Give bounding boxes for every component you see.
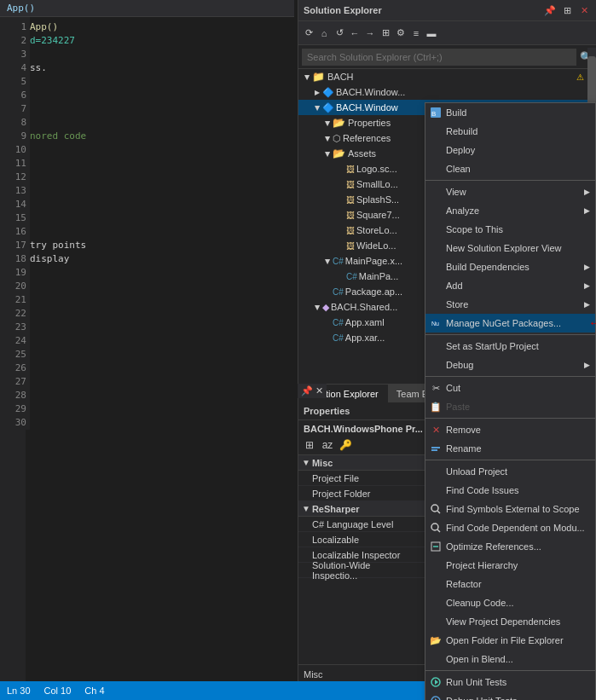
- proj-icon-selected: 🔷: [322, 102, 334, 113]
- ctx-sep-1: [425, 180, 595, 181]
- ctx-label: Debug Unit Tests: [446, 696, 518, 700]
- ctx-remove[interactable]: ✕ Remove: [425, 420, 595, 439]
- tree-item-bach[interactable]: ▶ 📁 BACH: [298, 69, 596, 84]
- se-home-icon[interactable]: ⌂: [317, 26, 331, 40]
- ctx-analyze[interactable]: Analyze ▶: [425, 201, 595, 220]
- ctx-rename[interactable]: Rename: [425, 439, 595, 458]
- dock-close-icon[interactable]: ✕: [315, 385, 323, 396]
- ctx-label: Remove: [446, 425, 481, 435]
- se-view-icon[interactable]: ⊞: [379, 26, 392, 40]
- ctx-deploy[interactable]: Deploy: [425, 141, 595, 159]
- resize-handle[interactable]: [290, 0, 294, 700]
- se-pin-icon[interactable]: 📌: [543, 3, 557, 17]
- ctx-label: Open in Blend...: [446, 654, 513, 664]
- cs-icon: C#: [333, 318, 344, 327]
- ctx-label: Cut: [446, 383, 460, 393]
- references-icon: ⬡: [333, 133, 341, 144]
- build-icon: B: [429, 107, 443, 118]
- se-refresh-icon[interactable]: ↺: [333, 26, 346, 40]
- ctx-unload[interactable]: Unload Project: [425, 462, 595, 481]
- red-arrow-indicator: ←: [588, 315, 596, 331]
- ctx-store[interactable]: Store ▶: [425, 295, 595, 314]
- se-close-icon[interactable]: ✕: [577, 3, 591, 17]
- prop-key: Project File: [298, 473, 401, 483]
- prop-expand-icon[interactable]: ▼: [302, 458, 310, 467]
- ctx-find-code-issues[interactable]: Find Code Issues: [425, 481, 595, 500]
- ctx-open-blend[interactable]: Open in Blend...: [425, 650, 595, 668]
- ctx-manage-nuget[interactable]: Nu Manage NuGet Packages... ←: [425, 314, 595, 333]
- ctx-cut[interactable]: ✂ Cut: [425, 379, 595, 397]
- prop-expand-icon[interactable]: ▼: [302, 504, 310, 513]
- ctx-optimize-refs[interactable]: Optimize References...: [425, 537, 595, 556]
- editor-area: App() 1 2 3 4 5 6 7 8 9 10 11 12 13 14 1…: [0, 0, 294, 700]
- ctx-add[interactable]: Add ▶: [425, 276, 595, 295]
- ctx-refactor[interactable]: Refactor: [425, 575, 595, 593]
- tree-label: BACH: [327, 72, 354, 82]
- ctx-sep-6: [425, 670, 595, 671]
- code-content[interactable]: App() d=234227 ss. nored code try points…: [30, 17, 294, 700]
- prop-key-icon[interactable]: 🔑: [338, 437, 353, 453]
- cs-icon: C#: [346, 272, 357, 281]
- ctx-project-hierarchy[interactable]: Project Hierarchy: [425, 556, 595, 575]
- find-dep-icon: [429, 523, 443, 533]
- prop-sort-icon[interactable]: ⊞: [302, 437, 317, 453]
- se-collapse-icon[interactable]: ▬: [425, 26, 438, 40]
- ctx-open-folder[interactable]: 📂 Open Folder in File Explorer: [425, 631, 595, 650]
- properties-folder-icon: 📂: [333, 117, 346, 129]
- se-nav-fwd-icon[interactable]: →: [363, 26, 377, 40]
- ctx-rebuild[interactable]: Rebuild: [425, 122, 595, 141]
- ctx-build-deps[interactable]: Build Dependencies ▶: [425, 257, 595, 276]
- ctx-view[interactable]: View ▶: [425, 182, 595, 201]
- cs-icon: C#: [333, 287, 344, 297]
- ctx-debug-unit-tests[interactable]: Debug Unit Tests: [425, 691, 595, 700]
- tree-label: Logo.sc...: [356, 164, 397, 174]
- se-nav-back-icon[interactable]: ←: [348, 26, 362, 40]
- tree-label: BACH.Shared...: [331, 302, 397, 312]
- ctx-run-unit-tests[interactable]: Run Unit Tests: [425, 673, 595, 691]
- prop-alpha-icon[interactable]: az: [320, 437, 335, 453]
- tree-label: StoreLo...: [356, 225, 397, 235]
- ctx-clean[interactable]: Clean: [425, 159, 595, 178]
- tree-label: App.xaml: [345, 317, 385, 327]
- warning-indicator: ⚠: [576, 71, 584, 83]
- se-pin2-icon[interactable]: ⊞: [560, 3, 574, 17]
- se-scroll-thumb[interactable]: [587, 56, 596, 107]
- se-filter-icon[interactable]: ≡: [409, 26, 423, 40]
- prop-section-label-resharper: ReSharper: [312, 504, 360, 514]
- ctx-debug[interactable]: Debug ▶: [425, 356, 595, 374]
- remove-icon: ✕: [429, 425, 443, 436]
- ctx-label: View Project Dependencies: [446, 616, 560, 627]
- ctx-set-startup[interactable]: Set as StartUp Project: [425, 337, 595, 356]
- ctx-find-code-dependent[interactable]: Find Code Dependent on Modu...: [425, 518, 595, 537]
- ctx-build[interactable]: B Build: [425, 103, 595, 122]
- misc-bottom-label: Misc: [304, 669, 323, 680]
- ctx-label: Debug: [446, 360, 473, 370]
- folder-icon: 📁: [312, 71, 326, 83]
- ctx-paste: 📋 Paste: [425, 397, 595, 416]
- ctx-scope-to-this[interactable]: Scope to This: [425, 220, 595, 239]
- ctx-label: Scope to This: [446, 224, 503, 234]
- ctx-cleanup-code[interactable]: Cleanup Code...: [425, 593, 595, 612]
- code-line: display: [30, 252, 294, 266]
- img-icon: 🖼: [346, 195, 355, 205]
- se-settings-icon[interactable]: ⚙: [394, 26, 408, 40]
- ctx-label: Paste: [446, 402, 470, 412]
- rename-icon: [429, 443, 443, 454]
- line-numbers: 1 2 3 4 5 6 7 8 9 10 11 12 13 14 15 16 1…: [0, 17, 30, 430]
- svg-rect-4: [431, 447, 440, 448]
- se-sync-icon[interactable]: ⟳: [302, 26, 315, 40]
- ctx-label: Build Dependencies: [446, 262, 529, 272]
- ctx-new-solution-view[interactable]: New Solution Explorer View: [425, 239, 595, 257]
- code-line: App(): [30, 20, 294, 34]
- tree-arrow: ▶: [324, 118, 332, 128]
- tree-label: Properties: [348, 118, 391, 128]
- tree-arrow: ▶: [324, 133, 332, 143]
- tree-item-bach-window1[interactable]: ▶ 🔷 BACH.Window...: [298, 84, 596, 100]
- se-search-input[interactable]: [302, 49, 576, 66]
- svg-point-6: [431, 505, 438, 512]
- nuget-icon: Nu: [429, 318, 443, 328]
- ctx-view-proj-deps[interactable]: View Project Dependencies: [425, 612, 595, 631]
- ctx-find-symbols[interactable]: Find Symbols External to Scope: [425, 500, 595, 518]
- folder-open-icon: 📂: [429, 635, 443, 646]
- dock-pin-icon[interactable]: 📌: [301, 385, 313, 396]
